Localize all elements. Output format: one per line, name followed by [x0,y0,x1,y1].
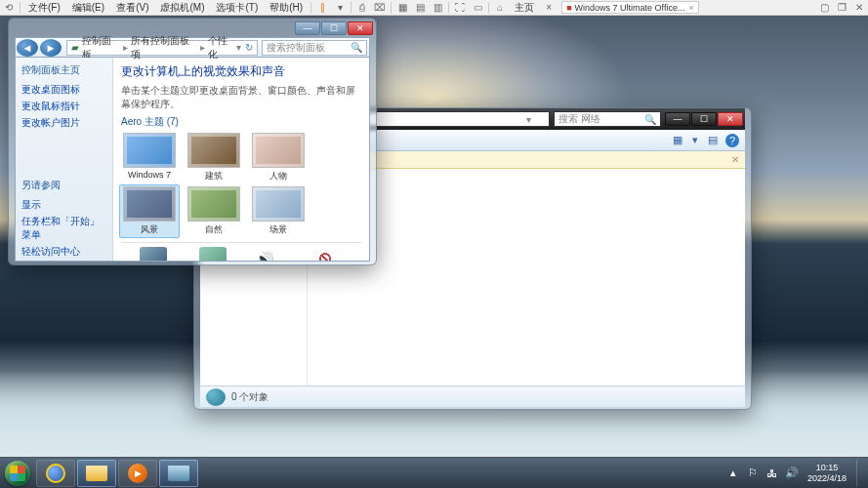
tray-up-icon[interactable]: ▴ [725,466,741,481]
tray-volume-icon[interactable]: 🔊 [784,466,800,481]
taskbar-controlpanel[interactable] [159,460,198,487]
theme-grid: Windows 7 建筑 人物 风景 自然 场景 [121,133,361,236]
cp-sidebar-heading: 控制面板主页 [21,63,106,77]
cp-seealso-heading: 另请参阅 [21,179,106,192]
theme-landscape[interactable]: 场景 [250,186,307,236]
vm-home-label[interactable]: 主页 [509,1,540,15]
cp-minimize-button[interactable]: — [295,21,320,35]
status-text: 0 个对象 [231,390,269,404]
theme-label: 场景 [269,224,287,234]
breadcrumb-dropdown-icon[interactable]: ▾ [236,42,241,53]
menu-file[interactable]: 文件(F) [22,1,66,15]
vm-snapshot-icon[interactable]: ⎙ [354,1,370,15]
theme-scenery[interactable]: 风景 [119,184,180,238]
taskbar[interactable]: ▴ ⚐ 🖧 🔊 10:15 2022/4/18 [0,457,868,488]
desktop-bg-button[interactable]: 桌面背景 放映幻灯片 [131,247,175,261]
vm-close-icon[interactable]: ✕ [851,1,867,15]
refresh-icon[interactable]: ↻ [245,42,253,53]
menu-edit[interactable]: 编辑(E) [66,1,110,15]
taskbar-explorer[interactable] [77,460,116,487]
theme-label: 人物 [269,171,287,181]
windows-orb-icon [5,461,30,486]
preview-pane-button[interactable]: ▤ [704,133,722,148]
breadcrumb[interactable]: ▰ 控制面板 ▸ 所有控制面板项 ▸ 个性化 ▾ ↻ [66,40,258,56]
show-desktop-button[interactable] [856,460,864,487]
vm-minimize-icon[interactable]: ▢ [816,1,832,15]
cp-search-placeholder: 搜索控制面板 [267,41,325,55]
vm-power-icon[interactable]: ‖ [314,1,330,15]
wmp-icon [128,464,147,483]
explorer-maximize-button[interactable]: ☐ [691,112,717,126]
menu-vm[interactable]: 虚拟机(M) [154,1,210,15]
link-display[interactable]: 显示 [21,198,106,212]
taskbar-ie[interactable] [36,460,75,487]
theme-character[interactable]: 人物 [250,133,307,183]
vm-unity-icon[interactable]: ▭ [470,1,485,15]
vm-fullscreen-icon[interactable]: ⛶ [452,1,468,15]
cp-close-button[interactable]: ✕ [348,21,373,35]
explorer-statusbar: 0 个对象 [200,386,745,407]
page-subtitle: 单击某个主题立即更改桌面背景、窗口颜色、声音和屏幕保护程序。 [121,84,361,111]
theme-windows7[interactable]: Windows 7 [121,133,178,183]
clock-time: 10:15 [807,463,847,473]
explorer-minimize-button[interactable]: — [665,112,690,126]
window-color-icon [199,247,227,261]
theme-nature[interactable]: 自然 [186,186,242,236]
taskbar-clock[interactable]: 10:15 2022/4/18 [802,463,852,484]
folder-icon [86,466,107,481]
folder-icon [168,466,189,481]
vm-tile3-icon[interactable]: ▥ [430,1,445,15]
vm-tile2-icon[interactable]: ▤ [412,1,428,15]
tray-flag-icon[interactable]: ⚐ [745,466,761,481]
control-panel-window[interactable]: — ☐ ✕ ◄ ► ▰ 控制面板 ▸ 所有控制面板项 ▸ 个性化 ▾ ↻ 搜索控… [8,18,377,265]
theme-label: Windows 7 [128,170,171,180]
vm-tab-active[interactable]: ■ Windows 7 Ultimate Office... × [561,1,699,14]
vm-dropdown-icon[interactable]: ▾ [332,1,348,15]
menu-help[interactable]: 帮助(H) [264,1,309,15]
view-button[interactable]: ▦ [669,133,686,148]
address-dropdown-icon[interactable]: ▾ [526,114,531,125]
cp-sidebar: 控制面板主页 更改桌面图标 更改鼠标指针 更改帐户图片 另请参阅 显示 任务栏和… [16,58,113,261]
search-icon: 🔍 [644,114,656,125]
vm-screenshot-icon[interactable]: ⌧ [372,1,388,15]
taskbar-wmp[interactable] [118,460,157,487]
desktop-bg-icon [140,247,167,261]
explorer-search-input[interactable]: 搜索 网络 🔍 [554,111,661,127]
ie-icon [46,464,65,483]
vm-home-icon[interactable]: ⟲ [1,1,17,15]
help-button[interactable]: ? [725,134,739,147]
screensaver-button[interactable]: 🛇 屏幕保护程序 无 [299,247,351,261]
menu-tabs[interactable]: 选项卡(T) [210,1,264,15]
vm-tab-label: Windows 7 Ultimate Office... [575,3,685,13]
theme-label: 风景 [141,224,158,234]
sound-button[interactable]: 🔊 声音 风景 [251,247,278,261]
link-ease-access[interactable]: 轻松访问中心 [21,245,106,259]
theme-arch[interactable]: 建筑 [186,133,242,183]
search-icon: 🔍 [351,42,362,53]
infobar-close-icon[interactable]: ✕ [731,154,739,165]
cp-main: 更改计算机上的视觉效果和声音 单击某个主题立即更改桌面背景、窗口颜色、声音和屏幕… [113,58,369,261]
cp-search-input[interactable]: 搜索控制面板 🔍 [262,40,367,56]
explorer-close-button[interactable]: ✕ [718,112,743,126]
link-account-picture[interactable]: 更改帐户图片 [21,116,106,130]
link-mouse-pointer[interactable]: 更改鼠标指针 [21,100,106,113]
vm-restore-icon[interactable]: ❐ [834,1,849,15]
cp-root-icon: ▰ [71,42,79,53]
link-taskbar[interactable]: 任务栏和「开始」菜单 [21,215,106,242]
screensaver-icon: 🛇 [311,247,339,261]
link-desktop-icons[interactable]: 更改桌面图标 [21,83,106,97]
nav-forward-button[interactable]: ► [40,39,62,57]
page-title: 更改计算机上的视觉效果和声音 [121,63,361,80]
view-dropdown[interactable]: ▾ [690,133,700,148]
vm-tile1-icon[interactable]: ▦ [394,1,410,15]
menu-view[interactable]: 查看(V) [110,1,154,15]
vm-tab-close[interactable]: × [688,3,693,13]
tray-network-icon[interactable]: 🖧 [765,466,780,481]
start-button[interactable] [0,458,35,489]
nav-back-button[interactable]: ◄ [17,39,38,57]
cp-maximize-button[interactable]: ☐ [321,21,347,35]
vm-home-tab-icon[interactable]: ⌂ [492,1,508,15]
theme-label: 自然 [205,224,223,234]
window-color-button[interactable]: 窗口颜色 褐绿色 [195,247,230,261]
vm-tab-close-icon[interactable]: × [541,1,557,15]
